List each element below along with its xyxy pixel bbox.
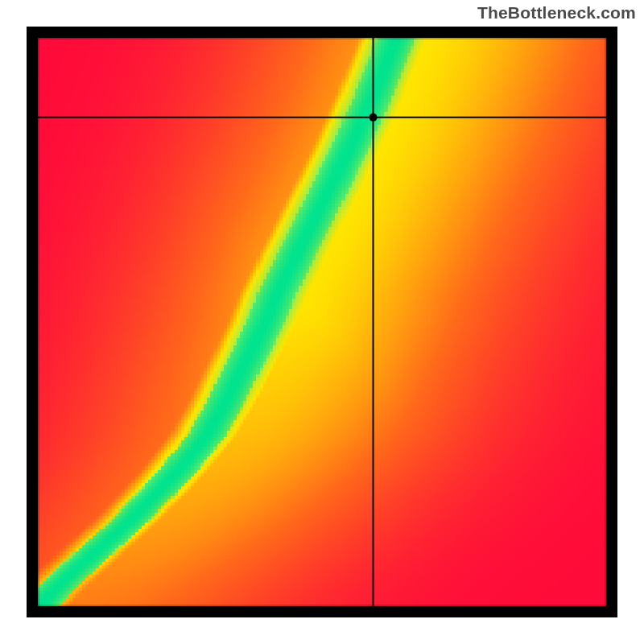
attribution-text: TheBottleneck.com <box>477 3 636 23</box>
heatmap-plot <box>27 27 617 617</box>
crosshair-overlay <box>27 27 617 617</box>
